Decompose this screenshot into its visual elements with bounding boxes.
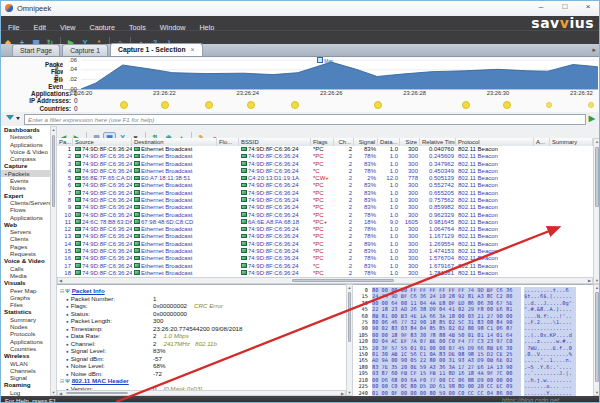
maximize-button[interactable]: □ bbox=[557, 2, 573, 11]
scroll-arrow-icon[interactable]: ◀ bbox=[59, 278, 62, 283]
sidebar-item-channels[interactable]: Channels bbox=[1, 367, 56, 374]
table-row[interactable]: 474:9D:8F:C6:36:24Ethernet Broadcast74:9… bbox=[57, 168, 593, 175]
sidebar-item-compass[interactable]: Compass bbox=[1, 155, 56, 162]
column-header-flags[interactable]: Flags bbox=[311, 138, 334, 146]
scroll-thumb[interactable] bbox=[595, 292, 599, 382]
sidebar-item-signal[interactable]: Signal bbox=[1, 374, 56, 381]
filter-input[interactable] bbox=[24, 114, 586, 125]
tab-scroll-icon[interactable]: ▸ bbox=[592, 46, 596, 54]
sidebar-item-requests[interactable]: Requests bbox=[1, 250, 56, 257]
filter-funnel-icon[interactable] bbox=[6, 115, 14, 120]
table-row[interactable]: 374:9D:8F:C6:36:24Ethernet Broadcast74:9… bbox=[57, 161, 593, 168]
tab-close-icon[interactable]: × bbox=[191, 46, 195, 53]
minimize-button[interactable]: – bbox=[533, 2, 549, 11]
sidebar-item-summary[interactable]: Summary bbox=[1, 316, 56, 323]
decode-hscrollbar[interactable]: ◀▶ bbox=[57, 390, 346, 396]
sidebar-item-clients-servers[interactable]: Clients/Servers bbox=[1, 199, 56, 206]
packet-list-vscrollbar[interactable]: ▲▼ bbox=[593, 138, 600, 284]
scroll-arrow-icon[interactable]: ▶ bbox=[588, 278, 591, 283]
event-dot[interactable] bbox=[291, 101, 299, 109]
sidebar-item-applications[interactable]: Applications bbox=[1, 141, 56, 148]
sidebar-item-voice-video[interactable]: Voice & Video bbox=[1, 148, 56, 155]
scroll-thumb[interactable] bbox=[595, 147, 599, 207]
event-dot[interactable] bbox=[462, 101, 470, 109]
column-header-bssid[interactable]: BSSID bbox=[239, 138, 311, 146]
scroll-arrow-icon[interactable]: ▼ bbox=[51, 390, 56, 395]
table-row[interactable]: 274:9D:8F:C6:36:24Ethernet Broadcast74:9… bbox=[57, 153, 593, 160]
hex-bytes[interactable]: 01 00 0F 00 00 00 80 59 00 C0 CC CC 04 8… bbox=[372, 390, 521, 396]
sidebar-scrollbar[interactable]: ▲▼ bbox=[50, 126, 57, 396]
sidebar-item-flows[interactable]: Flows bbox=[1, 206, 56, 213]
table-row[interactable]: 1074:9D:8F:C6:36:24Ethernet Broadcast74:… bbox=[57, 212, 593, 219]
table-row[interactable]: 1474:9D:8F:C6:36:24Ethernet Broadcast74:… bbox=[57, 241, 593, 248]
column-header-data[interactable]: Data... bbox=[378, 138, 400, 146]
scroll-arrow-icon[interactable]: ▲ bbox=[51, 127, 56, 132]
decode-field-noise-dbm[interactable]: ●Noise dBm:-72 bbox=[57, 370, 346, 378]
decode-field-timestamp[interactable]: ●Timestamp:23:26:20.774544200 09/08/2018 bbox=[57, 325, 346, 333]
column-header-signal[interactable]: Signal bbox=[354, 138, 378, 146]
event-dot[interactable] bbox=[374, 101, 382, 109]
filter-caret-icon[interactable] bbox=[16, 117, 20, 120]
tab-capture-1[interactable]: Capture 1 bbox=[62, 44, 108, 56]
hex-ascii[interactable]: .......Y....... bbox=[524, 390, 576, 396]
scroll-arrow-icon[interactable]: ▲ bbox=[594, 139, 600, 144]
sidebar-item-network[interactable]: Network bbox=[1, 133, 56, 140]
decode-field-packet-length[interactable]: ●Packet Length:300 bbox=[57, 317, 346, 325]
sidebar-item-pages[interactable]: Pages bbox=[1, 243, 56, 250]
decode-field-signal-dbm[interactable]: ●Signal dBm:-57 bbox=[57, 355, 346, 363]
decode-field-flags[interactable]: ●Flags:0x00000002CRC Error bbox=[57, 302, 346, 310]
table-row[interactable]: 1374:9D:8F:C6:36:24Ethernet Broadcast74:… bbox=[57, 233, 593, 240]
table-row[interactable]: 974:9D:8F:C6:36:24Ethernet Broadcast74:9… bbox=[57, 204, 593, 211]
sidebar-item-nodes[interactable]: Nodes bbox=[1, 323, 56, 330]
sidebar-item-files[interactable]: Files bbox=[1, 301, 56, 308]
sidebar-item-protocols[interactable]: Protocols bbox=[1, 330, 56, 337]
collapse-box-icon[interactable]: ⊟ bbox=[60, 288, 64, 294]
sidebar-item-peer-map[interactable]: Peer Map bbox=[1, 287, 56, 294]
scroll-arrow-icon[interactable]: ▲ bbox=[347, 285, 352, 290]
tab-capture-1-selection[interactable]: Capture 1 - Selection× bbox=[110, 43, 203, 56]
table-row[interactable]: 1274:9D:8F:C6:36:24Ethernet Broadcast74:… bbox=[57, 226, 593, 233]
scroll-thumb[interactable] bbox=[348, 292, 351, 342]
sidebar-item-applications[interactable]: Applications bbox=[1, 214, 56, 221]
event-dot[interactable] bbox=[503, 101, 511, 109]
event-dot[interactable] bbox=[546, 102, 552, 108]
collapse-box-icon[interactable]: ⊟ bbox=[60, 378, 64, 384]
scroll-arrow-icon[interactable]: ▼ bbox=[594, 390, 600, 395]
event-dot[interactable] bbox=[205, 101, 213, 109]
event-dot[interactable] bbox=[247, 101, 255, 109]
decode-field-packet-number[interactable]: ●Packet Number:1 bbox=[57, 295, 346, 303]
decode-section-title[interactable]: 802.11 MAC Header bbox=[72, 377, 129, 384]
table-row[interactable]: 1574:9D:8F:C6:36:24Ethernet Broadcast74:… bbox=[57, 248, 593, 255]
sidebar-item-clients[interactable]: Clients bbox=[1, 235, 56, 242]
sidebar-item-calls[interactable]: Calls bbox=[1, 265, 56, 272]
decode-field-data-rate[interactable]: ●Data Rate:21.0 Mbps bbox=[57, 332, 346, 340]
scroll-arrow-icon[interactable]: ▼ bbox=[594, 278, 600, 283]
table-row[interactable]: 1874:9D:8F:C6:36:24Ethernet Broadcast74:… bbox=[57, 270, 593, 277]
scroll-arrow-icon[interactable]: ▼ bbox=[347, 390, 352, 395]
scroll-arrow-icon[interactable]: ▶ bbox=[341, 391, 344, 396]
table-row[interactable]: 774:9D:8F:C6:36:24Ethernet Broadcast74:9… bbox=[57, 190, 593, 197]
decode-section-title[interactable]: Packet Info bbox=[72, 287, 105, 294]
event-dot[interactable] bbox=[161, 101, 169, 109]
column-header-flo[interactable]: Flo... bbox=[217, 138, 239, 146]
scroll-arrow-icon[interactable]: ◀ bbox=[59, 391, 62, 396]
table-row[interactable]: 874:9D:8F:C6:36:24Ethernet Broadcast74:9… bbox=[57, 197, 593, 204]
table-row[interactable]: 174:9D:8F:C6:36:24Ethernet Broadcast74:9… bbox=[57, 146, 593, 153]
sidebar-item-events[interactable]: Events bbox=[1, 177, 56, 184]
decode-field-noise-level[interactable]: ●Noise Level:68% bbox=[57, 362, 346, 370]
sidebar-item-log[interactable]: Log bbox=[1, 389, 56, 396]
sidebar-item-countries[interactable]: Countries bbox=[1, 345, 56, 352]
scroll-arrow-icon[interactable]: ▲ bbox=[594, 285, 600, 290]
scroll-thumb[interactable] bbox=[292, 279, 394, 282]
sidebar-item-notes[interactable]: Notes bbox=[1, 184, 56, 191]
scroll-thumb[interactable] bbox=[52, 135, 55, 207]
tab-start-page[interactable]: Start Page bbox=[12, 44, 60, 56]
decode-section-802-11-mac-header[interactable]: ⊟Ψ802.11 MAC Header bbox=[57, 377, 346, 385]
column-header-protocol[interactable]: Protocol bbox=[456, 138, 534, 146]
table-row[interactable]: 556:8E:7F:65:CA:DDE0:A7:18:11:38:51C4:20… bbox=[57, 175, 593, 182]
table-row[interactable]: 674:9D:8F:C6:36:24Ethernet Broadcast74:9… bbox=[57, 182, 593, 189]
decode-vscrollbar[interactable]: ▲▼ bbox=[346, 284, 353, 396]
sidebar-item-media[interactable]: Media bbox=[1, 272, 56, 279]
table-row[interactable]: 1774:9D:8F:C6:36:24Ethernet Broadcast74:… bbox=[57, 263, 593, 270]
sidebar-item-servers[interactable]: Servers bbox=[1, 228, 56, 235]
